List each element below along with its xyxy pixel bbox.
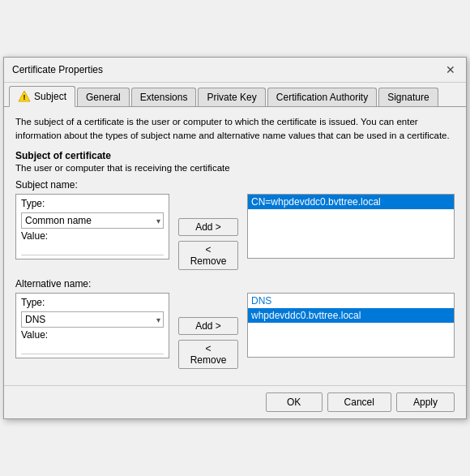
list-item[interactable]: DNS bbox=[248, 294, 454, 308]
tab-ca-label: Certification Authority bbox=[276, 92, 368, 103]
alt-remove-button[interactable]: < Remove bbox=[178, 340, 238, 369]
close-button[interactable]: ✕ bbox=[443, 62, 458, 77]
list-item[interactable]: whpdevddc0.bvttree.local bbox=[248, 308, 454, 323]
alt-list-box[interactable]: DNS whpdevddc0.bvttree.local bbox=[247, 293, 455, 358]
list-item[interactable]: CN=whpdevddc0.bvttree.local bbox=[248, 195, 454, 209]
tab-signature-label: Signature bbox=[387, 92, 429, 103]
alt-name-row: Type: DNS Email URL IP address UPN Other… bbox=[15, 293, 455, 369]
subject-value-input[interactable] bbox=[21, 242, 164, 255]
subject-value-label: Value: bbox=[21, 230, 164, 242]
alt-add-button[interactable]: Add > bbox=[178, 317, 238, 335]
tab-subject-label: Subject bbox=[34, 91, 66, 102]
warning-icon: ! bbox=[18, 90, 31, 103]
alt-buttons: Add > < Remove bbox=[176, 293, 241, 369]
subject-remove-button[interactable]: < Remove bbox=[178, 241, 238, 270]
alt-name-label: Alternative name: bbox=[15, 278, 455, 289]
tab-content: The subject of a certificate is the user… bbox=[4, 107, 466, 384]
alt-type-select[interactable]: DNS Email URL IP address UPN Other Name bbox=[21, 311, 164, 328]
alt-name-box: Type: DNS Email URL IP address UPN Other… bbox=[15, 293, 169, 358]
subject-name-label: Subject name: bbox=[15, 179, 455, 191]
alt-value-input[interactable] bbox=[21, 341, 164, 354]
cancel-button[interactable]: Cancel bbox=[327, 392, 391, 412]
dialog: Certificate Properties ✕ ! Subject Gener… bbox=[3, 57, 467, 418]
subject-add-button[interactable]: Add > bbox=[178, 218, 238, 236]
tab-signature[interactable]: Signature bbox=[378, 88, 438, 106]
tab-private-key[interactable]: Private Key bbox=[198, 88, 265, 106]
tab-subject[interactable]: ! Subject bbox=[9, 86, 75, 107]
tab-extensions-label: Extensions bbox=[140, 92, 188, 103]
footer: OK Cancel Apply bbox=[4, 385, 466, 418]
tabs-container: ! Subject General Extensions Private Key… bbox=[4, 83, 466, 107]
subject-name-row: Type: Common name Distinguished name Ema… bbox=[15, 194, 455, 270]
title-bar: Certificate Properties ✕ bbox=[4, 58, 466, 83]
tab-general-label: General bbox=[86, 92, 121, 103]
subject-buttons: Add > < Remove bbox=[176, 194, 241, 270]
subject-type-select[interactable]: Common name Distinguished name Email URL… bbox=[21, 212, 164, 229]
tab-private-key-label: Private Key bbox=[207, 92, 256, 103]
ok-button[interactable]: OK bbox=[266, 392, 323, 412]
subject-list-box[interactable]: CN=whpdevddc0.bvttree.local bbox=[247, 194, 455, 259]
svg-text:!: ! bbox=[24, 93, 26, 101]
alt-value-label: Value: bbox=[21, 329, 164, 341]
subject-type-select-wrapper[interactable]: Common name Distinguished name Email URL… bbox=[21, 212, 164, 229]
subject-name-box: Type: Common name Distinguished name Ema… bbox=[15, 194, 169, 259]
apply-button[interactable]: Apply bbox=[396, 392, 455, 412]
subject-section-title: Subject of certificate bbox=[15, 150, 455, 161]
tab-extensions[interactable]: Extensions bbox=[131, 88, 197, 106]
tab-certification-authority[interactable]: Certification Authority bbox=[267, 88, 377, 106]
alt-type-label: Type: bbox=[21, 297, 164, 308]
subject-type-label: Type: bbox=[21, 198, 164, 209]
dialog-title: Certificate Properties bbox=[12, 64, 103, 75]
subject-section-subtitle: The user or computer that is receiving t… bbox=[15, 163, 455, 173]
tab-general[interactable]: General bbox=[77, 88, 130, 106]
alt-type-select-wrapper[interactable]: DNS Email URL IP address UPN Other Name … bbox=[21, 311, 164, 328]
description-text: The subject of a certificate is the user… bbox=[15, 115, 455, 141]
